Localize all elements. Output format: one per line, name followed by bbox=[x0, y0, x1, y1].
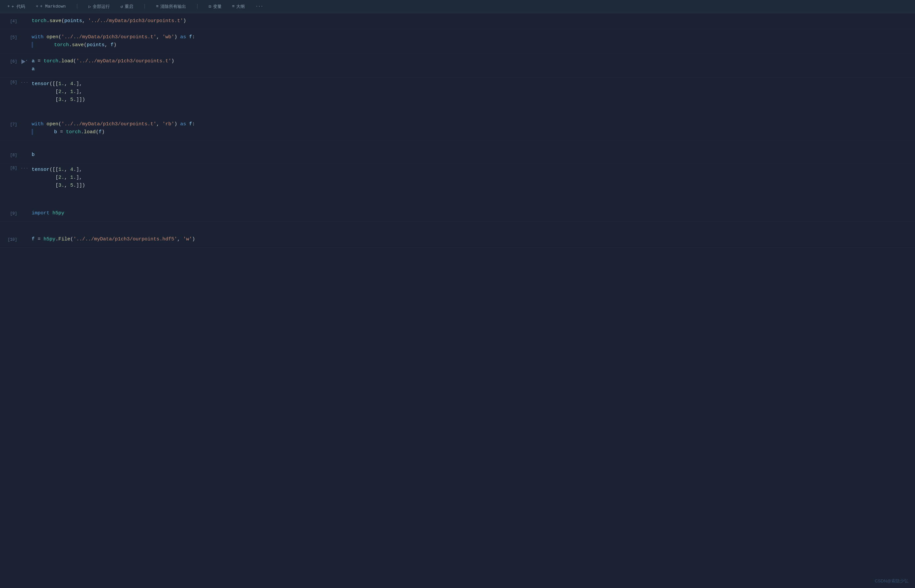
output-line: [3., 5.]]) bbox=[32, 182, 911, 190]
cell-4-body[interactable]: torch.save(points, '../../myData/p1ch3/o… bbox=[29, 13, 915, 29]
cell-10: [10] f = h5py.File('../../myData/p1ch3/o… bbox=[0, 231, 915, 248]
run-icon: ▷ bbox=[88, 4, 91, 9]
cell-5-controls: [5] bbox=[0, 29, 29, 43]
cell-8: [8] b bbox=[0, 147, 915, 163]
cell-6-run-button[interactable]: ▾ bbox=[20, 56, 29, 66]
cell-7-controls: [7] bbox=[0, 116, 29, 130]
output-8-text: tensor([[1., 4.], [2., 1.], [3., 5.]]) bbox=[29, 163, 915, 192]
spacer-4 bbox=[0, 221, 915, 231]
cell-6-code: a = torch.load('../../myData/p1ch3/ourpo… bbox=[32, 56, 911, 74]
separator-2: | bbox=[143, 4, 146, 9]
cell-7-run-button[interactable] bbox=[20, 119, 29, 124]
cell-9-run-button[interactable] bbox=[20, 208, 29, 213]
code-line: torch.save(points, f) bbox=[32, 41, 911, 49]
plus-icon: + bbox=[7, 4, 10, 9]
cell-4-number: [4] bbox=[0, 16, 20, 27]
spacer-3 bbox=[0, 192, 915, 205]
cell-8-code: b bbox=[32, 150, 911, 160]
outline-button[interactable]: ≡ 大纲 bbox=[230, 3, 247, 10]
cell-5-body[interactable]: with open('../../myData/p1ch3/ourpoints.… bbox=[29, 29, 915, 53]
cell-10-controls: [10] bbox=[0, 231, 29, 246]
cell-8-body[interactable]: b bbox=[29, 147, 915, 163]
watermark: CSDN@索隐少弘 bbox=[875, 578, 909, 584]
add-markdown-button[interactable]: + + Markdown bbox=[34, 3, 68, 10]
code-line: with open('../../myData/p1ch3/ourpoints.… bbox=[32, 120, 911, 128]
code-line: b bbox=[32, 151, 911, 159]
outline-icon: ≡ bbox=[232, 4, 235, 9]
cell-6: [6] ▾ a = torch.load('../../myData/p1ch3… bbox=[0, 53, 915, 78]
cell-4: [4] torch.save(points, '../../myData/p1c… bbox=[0, 13, 915, 29]
output-line: [2., 1.], bbox=[32, 88, 911, 96]
cell-8-number: [8] bbox=[0, 150, 20, 161]
code-line: b = torch.load(f) bbox=[32, 128, 911, 136]
clear-output-button[interactable]: ≡ 清除所有输出 bbox=[154, 3, 188, 10]
cell-7-code: with open('../../myData/p1ch3/ourpoints.… bbox=[32, 119, 911, 137]
cell-7: [7] with open('../../myData/p1ch3/ourpoi… bbox=[0, 116, 915, 141]
restart-button[interactable]: ↺ 重启 bbox=[118, 3, 135, 10]
cell-4-code: torch.save(points, '../../myData/p1ch3/o… bbox=[32, 16, 911, 26]
code-line: a bbox=[32, 65, 911, 73]
cell-5-number: [5] bbox=[0, 32, 20, 43]
output-line: [3., 5.]]) bbox=[32, 96, 911, 104]
plus-icon-md: + bbox=[36, 4, 38, 9]
output-8: [8] ··· tensor([[1., 4.], [2., 1.], [3.,… bbox=[0, 163, 915, 192]
notebook: [4] torch.save(points, '../../myData/p1c… bbox=[0, 13, 915, 248]
cell-9-body[interactable]: import h5py bbox=[29, 205, 915, 221]
code-line: import h5py bbox=[32, 209, 911, 217]
variable-icon: ⊡ bbox=[209, 4, 212, 9]
separator-3: | bbox=[196, 4, 199, 9]
chevron-down-icon: ▾ bbox=[26, 59, 27, 62]
output-line: tensor([[1., 4.], bbox=[32, 166, 911, 174]
variable-button[interactable]: ⊡ 变量 bbox=[207, 3, 224, 10]
toolbar: + + 代码 + + Markdown | ▷ 全部运行 ↺ 重启 | ≡ 清除… bbox=[0, 0, 915, 13]
output-6: [6] ··· tensor([[1., 4.], [2., 1.], [3.,… bbox=[0, 78, 915, 107]
cell-5-run-button[interactable] bbox=[20, 32, 29, 37]
cell-8-run-button[interactable] bbox=[20, 150, 29, 155]
cell-8-controls: [8] bbox=[0, 147, 29, 161]
cell-7-body[interactable]: with open('../../myData/p1ch3/ourpoints.… bbox=[29, 116, 915, 140]
spacer-1 bbox=[0, 107, 915, 116]
cell-10-number: [10] bbox=[0, 234, 20, 246]
output-6-label: [6] bbox=[0, 78, 20, 87]
separator-1: | bbox=[76, 4, 79, 9]
restart-icon: ↺ bbox=[120, 4, 123, 9]
output-line: [2., 1.], bbox=[32, 174, 911, 182]
code-line: with open('../../myData/p1ch3/ourpoints.… bbox=[32, 33, 911, 41]
run-all-button[interactable]: ▷ 全部运行 bbox=[86, 3, 112, 10]
clear-icon: ≡ bbox=[156, 4, 158, 9]
cell-10-body[interactable]: f = h5py.File('../../myData/p1ch3/ourpoi… bbox=[29, 231, 915, 247]
cell-5: [5] with open('../../myData/p1ch3/ourpoi… bbox=[0, 29, 915, 53]
cell-6-number: [6] bbox=[0, 56, 20, 67]
cell-9-controls: [9] bbox=[0, 205, 29, 219]
cell-9: [9] import h5py bbox=[0, 205, 915, 221]
cell-10-code: f = h5py.File('../../myData/p1ch3/ourpoi… bbox=[32, 234, 911, 245]
run-triangle-icon[interactable] bbox=[21, 59, 26, 64]
cell-10-run-button[interactable] bbox=[20, 234, 29, 239]
cell-4-run-button[interactable] bbox=[20, 16, 29, 21]
more-button[interactable]: ··· bbox=[253, 3, 265, 10]
cell-6-controls: [6] ▾ bbox=[0, 53, 29, 67]
output-6-dots: ··· bbox=[20, 78, 29, 88]
code-line: f = h5py.File('../../myData/p1ch3/ourpoi… bbox=[32, 236, 911, 243]
cell-4-controls: [4] bbox=[0, 13, 29, 27]
output-8-dots: ··· bbox=[20, 163, 29, 173]
spacer-2 bbox=[0, 141, 915, 147]
output-line: tensor([[1., 4.], bbox=[32, 80, 911, 88]
cell-6-body[interactable]: a = torch.load('../../myData/p1ch3/ourpo… bbox=[29, 53, 915, 77]
code-line: a = torch.load('../../myData/p1ch3/ourpo… bbox=[32, 57, 911, 65]
cell-9-number: [9] bbox=[0, 208, 20, 219]
cell-9-code: import h5py bbox=[32, 208, 911, 219]
code-line: torch.save(points, '../../myData/p1ch3/o… bbox=[32, 17, 911, 25]
output-6-text: tensor([[1., 4.], [2., 1.], [3., 5.]]) bbox=[29, 78, 915, 107]
add-code-button[interactable]: + + 代码 bbox=[5, 3, 27, 10]
cell-7-number: [7] bbox=[0, 119, 20, 130]
output-8-label: [8] bbox=[0, 163, 20, 173]
cell-5-code: with open('../../myData/p1ch3/ourpoints.… bbox=[32, 32, 911, 50]
